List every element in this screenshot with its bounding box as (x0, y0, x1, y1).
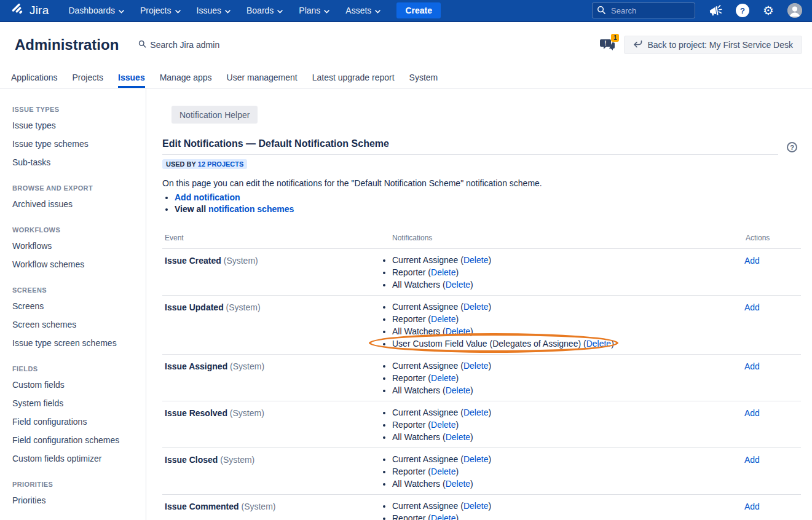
add-link[interactable]: Add (744, 455, 760, 465)
sidebar-item-sub-tasks[interactable]: Sub-tasks (12, 158, 140, 167)
delete-link[interactable]: Delete (463, 454, 488, 464)
jira-logo-text: Jira (30, 4, 49, 17)
add-link[interactable]: Add (744, 256, 760, 266)
back-arrow-icon (633, 40, 642, 50)
notification-item: Current Assignee (Delete) (392, 406, 744, 419)
nav-issues[interactable]: Issues (197, 6, 231, 15)
delete-link[interactable]: Delete (431, 513, 455, 520)
avatar[interactable] (787, 3, 802, 18)
used-by-badge: USED BY 12 PROJECTS (162, 159, 247, 169)
sidebar-section-priorities: PRIORITIES Priorities (12, 481, 140, 505)
question-help-icon[interactable]: ? (787, 142, 797, 152)
tab-issues[interactable]: Issues (118, 68, 145, 88)
delete-link[interactable]: Delete (463, 361, 488, 371)
nav-dashboards[interactable]: Dashboards (68, 6, 124, 15)
tab-manage-apps[interactable]: Manage apps (160, 68, 212, 88)
notification-helper-button[interactable]: Notification Helper (171, 106, 258, 124)
delete-link[interactable]: Delete (431, 267, 455, 277)
svg-text:!: ! (605, 40, 607, 47)
add-notification-link[interactable]: Add notification (175, 192, 240, 202)
sidebar-item-custom-fields-optimizer[interactable]: Custom fields optimizer (12, 454, 140, 463)
intro-links-list: Add notification View all notification s… (165, 192, 801, 215)
delete-link[interactable]: Delete (431, 314, 455, 324)
megaphone-icon[interactable] (709, 4, 722, 17)
delete-link[interactable]: Delete (586, 339, 611, 349)
event-system-suffix: (System) (230, 361, 264, 371)
admin-search[interactable]: Search Jira admin (138, 40, 219, 50)
delete-link[interactable]: Delete (446, 432, 470, 442)
jira-logo[interactable]: Jira (11, 2, 49, 19)
notification-item: Current Assignee (Delete) (392, 453, 744, 465)
delete-link[interactable]: Delete (431, 467, 455, 476)
list-item: View all notification schemes (175, 203, 801, 215)
sidebar-heading-screens: SCREENS (12, 286, 140, 294)
delete-link[interactable]: Delete (463, 302, 488, 312)
sidebar-item-custom-fields[interactable]: Custom fields (12, 380, 140, 389)
page-title: Administration (15, 36, 119, 53)
add-link[interactable]: Add (744, 361, 760, 371)
notification-item: All Watchers (Delete) (392, 278, 744, 291)
page-description: On this page you can edit the notificati… (162, 178, 801, 188)
sidebar-item-issue-types[interactable]: Issue types (12, 121, 140, 130)
notifications-table: Event Notifications Actions Issue Create… (162, 230, 801, 520)
tab-system[interactable]: System (409, 68, 438, 88)
delete-link[interactable]: Delete (463, 255, 488, 265)
create-button[interactable]: Create (396, 2, 441, 18)
event-system-suffix: (System) (241, 502, 275, 511)
tab-latest-upgrade-report[interactable]: Latest upgrade report (312, 68, 395, 88)
scheme-title: Edit Notifications — Default Notificatio… (162, 138, 389, 149)
event-name: Issue Created (165, 256, 221, 266)
tab-user-management[interactable]: User management (227, 68, 298, 88)
delete-link[interactable]: Delete (431, 373, 455, 383)
table-row: Issue Assigned (System) Current Assignee… (162, 355, 801, 401)
add-link[interactable]: Add (744, 502, 760, 511)
delete-link[interactable]: Delete (446, 385, 470, 395)
nav-projects[interactable]: Projects (140, 6, 181, 15)
event-system-suffix: (System) (226, 302, 261, 312)
notification-item: Reporter (Delete) (392, 419, 744, 431)
sidebar-item-issue-type-screen-schemes[interactable]: Issue type screen schemes (12, 339, 140, 347)
admin-header: Administration Search Jira admin ! 1 Bac… (0, 22, 812, 68)
sidebar-item-workflow-schemes[interactable]: Workflow schemes (12, 260, 140, 269)
column-header-event: Event (162, 234, 382, 242)
add-link[interactable]: Add (744, 302, 760, 312)
sidebar-item-field-configuration-schemes[interactable]: Field configuration schemes (12, 436, 140, 444)
notification-item: All Watchers (Delete) (392, 384, 744, 396)
table-row: Issue Created (System) Current Assignee … (162, 249, 801, 296)
nav-assets[interactable]: Assets (345, 6, 380, 15)
nav-plans[interactable]: Plans (299, 6, 329, 15)
notification-item: Reporter (Delete) (392, 313, 744, 325)
delete-link[interactable]: Delete (463, 408, 488, 417)
nav-boards[interactable]: Boards (246, 6, 283, 15)
navbar-search (592, 2, 695, 18)
notification-item: All Watchers (Delete) (392, 431, 744, 443)
jira-logo-icon (11, 2, 26, 19)
notification-schemes-link[interactable]: notification schemes (208, 204, 294, 214)
gear-icon[interactable]: ⚙ (763, 4, 774, 17)
tab-applications[interactable]: Applications (11, 68, 58, 88)
sidebar-item-issue-type-schemes[interactable]: Issue type schemes (12, 140, 140, 148)
list-item: Add notification (175, 192, 801, 203)
sidebar-item-priorities[interactable]: Priorities (12, 496, 140, 505)
search-icon (138, 40, 146, 50)
sidebar-item-screen-schemes[interactable]: Screen schemes (12, 320, 140, 329)
sidebar-item-screens[interactable]: Screens (12, 302, 140, 310)
add-link[interactable]: Add (744, 408, 760, 418)
sidebar-item-field-configurations[interactable]: Field configurations (12, 417, 140, 426)
event-name: Issue Updated (165, 302, 224, 312)
search-input[interactable] (592, 2, 695, 18)
help-icon[interactable]: ? (736, 4, 749, 17)
sidebar-item-archived-issues[interactable]: Archived issues (12, 200, 140, 208)
event-name: Issue Commented (165, 502, 239, 511)
sidebar-heading-workflows: WORKFLOWS (12, 226, 140, 234)
notifications-bubble-icon[interactable]: ! 1 (599, 36, 618, 53)
tab-projects[interactable]: Projects (73, 68, 104, 88)
delete-link[interactable]: Delete (446, 479, 470, 489)
delete-link[interactable]: Delete (431, 420, 455, 430)
back-to-project-button[interactable]: Back to project: My First Service Desk (624, 36, 802, 54)
sidebar-item-workflows[interactable]: Workflows (12, 242, 140, 250)
delete-link[interactable]: Delete (463, 501, 488, 511)
delete-link[interactable]: Delete (446, 326, 470, 336)
sidebar-item-system-fields[interactable]: System fields (12, 399, 140, 408)
delete-link[interactable]: Delete (446, 280, 470, 290)
